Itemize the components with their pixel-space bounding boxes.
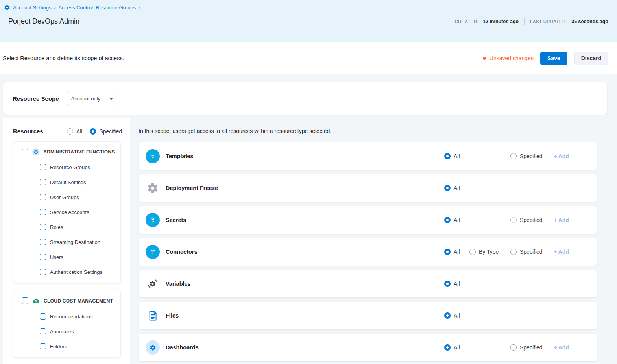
option-all[interactable]: All (444, 312, 469, 319)
radio-icon[interactable] (444, 344, 451, 351)
item-checkbox[interactable] (40, 269, 46, 275)
option-all[interactable]: All (444, 281, 469, 287)
page-header: Account Settings › Access Control: Resou… (0, 0, 617, 42)
resource-types-panel: In this scope, users get access to all r… (130, 118, 617, 361)
item-checkbox[interactable] (40, 194, 46, 200)
item-checkbox[interactable] (40, 224, 46, 230)
resource-item[interactable]: Authentication Settings (40, 269, 116, 275)
item-checkbox[interactable] (40, 164, 46, 170)
radio-icon[interactable] (444, 312, 451, 319)
option-all-label: All (454, 185, 460, 191)
option-specified[interactable]: Specified (510, 153, 554, 159)
radio-icon[interactable] (90, 128, 96, 135)
item-label: Default Settings (50, 179, 86, 185)
group-label: CLOUD COST MANAGEMENT (44, 298, 113, 304)
radio-icon[interactable] (510, 249, 517, 255)
resource-group-card: ADMINISTRATIVE FUNCTIONS Resource Groups… (13, 141, 121, 283)
save-button[interactable]: Save (540, 52, 567, 65)
add-link[interactable]: + Add (554, 344, 569, 351)
resource-type-label: Secrets (166, 217, 444, 223)
option-specified-label: Specified (520, 153, 543, 159)
radio-icon[interactable] (510, 153, 517, 159)
breadcrumb: Account Settings › Access Control: Resou… (4, 4, 608, 11)
add-link[interactable]: + Add (554, 217, 569, 223)
radio-icon[interactable] (444, 185, 451, 191)
resource-type-row: Files All By Type Specified + Add (139, 302, 597, 329)
resources-title: Resources (13, 128, 43, 135)
created-label: CREATED: (454, 19, 478, 24)
option-specified[interactable]: Specified (510, 344, 554, 351)
unsaved-dot-icon (483, 57, 486, 60)
option-specified[interactable]: Specified (510, 217, 554, 223)
discard-button[interactable]: Discard (574, 52, 608, 65)
files-icon (146, 309, 160, 323)
group-checkbox[interactable] (22, 149, 28, 155)
item-checkbox[interactable] (40, 313, 46, 320)
item-checkbox[interactable] (40, 254, 46, 260)
resource-item[interactable]: User Groups (40, 194, 116, 200)
option-all[interactable]: All (444, 344, 469, 351)
item-checkbox[interactable] (40, 239, 46, 245)
last-updated-label: LAST UPDATED: (530, 19, 567, 24)
item-label: Folders (50, 344, 67, 349)
resource-type-label: Dashboards (166, 344, 444, 351)
breadcrumb-separator: › (139, 5, 140, 10)
option-all[interactable]: All (444, 217, 469, 223)
resource-type-label: Templates (166, 153, 444, 159)
option-specified-label: Specified (520, 344, 543, 351)
resource-type-row: Secrets All By Type Specified + Add (139, 206, 597, 234)
option-all[interactable]: All (444, 185, 469, 191)
radio-icon[interactable] (510, 344, 517, 351)
radio-specified-label: Specified (99, 128, 122, 135)
resource-scope-value: Account only (71, 96, 100, 102)
item-checkbox[interactable] (40, 343, 46, 349)
settings-gear-icon (4, 4, 10, 11)
resource-type-row: Variables All By Type Specified + Add (139, 270, 597, 297)
radio-icon[interactable] (510, 217, 517, 223)
option-all[interactable]: All (444, 249, 469, 255)
item-label: User Groups (50, 194, 79, 200)
resource-type-label: Variables (166, 281, 444, 287)
option-specified[interactable]: Specified (510, 249, 554, 255)
resource-item[interactable]: Default Settings (40, 179, 116, 185)
item-checkbox[interactable] (40, 209, 46, 215)
add-link[interactable]: + Add (554, 249, 569, 255)
resources-radio-specified[interactable]: Specified (90, 128, 122, 135)
radio-icon[interactable] (444, 217, 451, 223)
item-checkbox[interactable] (40, 179, 46, 185)
resource-item[interactable]: Folders (40, 343, 116, 349)
resource-group-header[interactable]: ADMINISTRATIVE FUNCTIONS (22, 148, 116, 155)
page-title: Porject DevOps Admin (8, 17, 79, 26)
resource-item[interactable]: Service Accounts (40, 209, 116, 215)
radio-all-label: All (76, 128, 83, 135)
resources-radio-all[interactable]: All (67, 128, 83, 135)
resource-type-label: Deployment Freeze (166, 185, 444, 191)
chevron-down-icon (109, 96, 113, 101)
resource-item[interactable]: Streaming Destination (40, 239, 116, 245)
resource-item[interactable]: Roles (40, 224, 116, 230)
resource-item[interactable]: Resource Groups (40, 164, 116, 170)
admin-functions-icon (32, 148, 39, 155)
radio-icon[interactable] (444, 249, 451, 255)
group-checkbox[interactable] (22, 297, 28, 304)
resource-group-card: $ CLOUD COST MANAGEMENT Recommendations … (13, 290, 121, 358)
resource-group-header[interactable]: $ CLOUD COST MANAGEMENT (22, 297, 116, 305)
radio-icon[interactable] (444, 281, 451, 287)
option-all-label: All (454, 249, 460, 255)
breadcrumb-account-settings[interactable]: Account Settings (13, 5, 52, 11)
radio-icon[interactable] (67, 128, 73, 135)
resource-item[interactable]: Users (40, 254, 116, 260)
radio-icon[interactable] (444, 153, 451, 159)
radio-icon[interactable] (469, 249, 476, 255)
item-label: Roles (50, 224, 63, 230)
add-link[interactable]: + Add (554, 153, 569, 159)
resource-item[interactable]: Recommendations (40, 313, 116, 320)
option-by-type-label: By Type (479, 249, 499, 255)
option-all[interactable]: All (444, 153, 469, 159)
option-by-type[interactable]: By Type (469, 249, 510, 255)
breadcrumb-separator: › (54, 5, 56, 10)
breadcrumb-access-control[interactable]: Access Control: Resource Groups (59, 5, 136, 11)
item-checkbox[interactable] (40, 328, 46, 334)
resource-item[interactable]: Anomalies (40, 328, 116, 334)
resource-scope-dropdown[interactable]: Account only (67, 92, 118, 105)
